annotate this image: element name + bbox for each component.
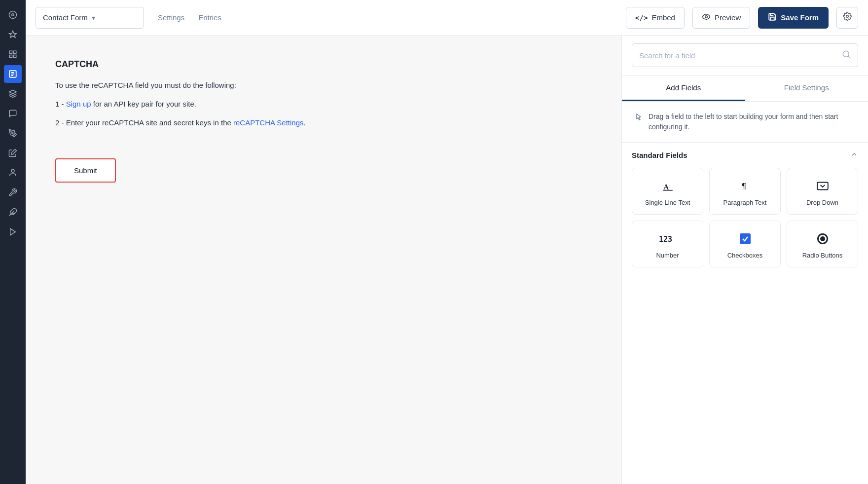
save-form-button[interactable]: Save Form: [758, 7, 829, 29]
tab-add-fields[interactable]: Add Fields: [622, 75, 745, 101]
svg-rect-3: [14, 51, 16, 53]
paragraph-text-icon: ¶: [739, 178, 752, 194]
sidebar-icon-plugin[interactable]: [4, 203, 22, 221]
sidebar-icon-dashboard[interactable]: [4, 6, 22, 24]
captcha-step1-prefix: 1 -: [55, 100, 66, 108]
drag-hint-text: Drag a field to the left to start buildi…: [649, 112, 856, 132]
submit-button[interactable]: Submit: [55, 158, 116, 183]
field-label-paragraph-text: Paragraph Text: [723, 199, 767, 206]
field-card-checkboxes[interactable]: Checkboxes: [709, 221, 781, 267]
embed-button[interactable]: </> Embed: [626, 7, 685, 29]
svg-point-9: [11, 169, 14, 172]
field-card-radio-buttons[interactable]: Radio Buttons: [787, 221, 858, 267]
panel-tabs: Add Fields Field Settings: [622, 75, 868, 102]
svg-rect-2: [9, 51, 12, 53]
svg-line-16: [848, 56, 849, 57]
drop-down-icon: [816, 178, 829, 194]
svg-point-7: [12, 132, 13, 134]
svg-point-1: [12, 14, 14, 16]
field-label-radio-buttons: Radio Buttons: [802, 252, 843, 259]
field-card-drop-down[interactable]: Drop Down: [787, 168, 858, 215]
svg-point-0: [9, 11, 17, 19]
save-form-button-label: Save Form: [781, 13, 819, 22]
topbar-nav: Settings Entries: [158, 13, 221, 22]
preview-eye-icon: [702, 12, 711, 23]
search-bar: [622, 36, 868, 75]
recaptcha-settings-link[interactable]: reCAPTCHA Settings: [233, 118, 304, 127]
field-card-number[interactable]: 123 Number: [632, 221, 703, 267]
tab-field-settings[interactable]: Field Settings: [745, 75, 868, 101]
captcha-step2: 2 - Enter your reCAPTCHA site and secret…: [55, 117, 592, 129]
embed-code-icon: </>: [635, 14, 648, 22]
checkboxes-icon: [740, 231, 751, 247]
sidebar-icon-user[interactable]: [4, 164, 22, 182]
topbar: Contact Form ▾ Settings Entries </> Embe…: [26, 0, 868, 36]
svg-marker-8: [11, 149, 17, 155]
captcha-section: CAPTCHA To use the reCAPTCHA field you m…: [55, 59, 592, 129]
svg-rect-20: [817, 182, 828, 189]
form-selector-label: Contact Form: [43, 13, 88, 22]
fields-section-title: Standard Fields: [632, 151, 687, 159]
sidebar-icon-blocks[interactable]: [4, 45, 22, 63]
captcha-step2-suffix: .: [304, 118, 306, 127]
search-input-wrapper: [632, 43, 858, 67]
form-canvas: CAPTCHA To use the reCAPTCHA field you m…: [26, 36, 621, 484]
svg-text:A: A: [663, 183, 669, 191]
svg-point-14: [846, 15, 849, 18]
sidebar-icon-play[interactable]: [4, 223, 22, 241]
nav-entries[interactable]: Entries: [198, 13, 221, 22]
sidebar-icon-forms[interactable]: [4, 65, 22, 83]
search-icon: [842, 50, 851, 61]
radio-buttons-icon: [817, 231, 828, 247]
sidebar-icon-comments[interactable]: [4, 105, 22, 122]
search-input[interactable]: [639, 51, 842, 60]
sidebar-icon-wrench[interactable]: [4, 184, 22, 201]
captcha-step2-prefix: 2 - Enter your reCAPTCHA site and secret…: [55, 118, 233, 127]
sidebar-icon-paint[interactable]: [4, 144, 22, 162]
fields-section: Standard Fields A Sing: [622, 143, 868, 484]
svg-point-13: [705, 16, 708, 18]
fields-grid: A Single Line Text ¶ Para: [632, 168, 858, 267]
submit-wrapper: Submit: [55, 158, 592, 183]
nav-settings[interactable]: Settings: [158, 13, 184, 22]
signup-link[interactable]: Sign up: [66, 100, 91, 108]
embed-button-label: Embed: [651, 13, 675, 22]
collapse-icon[interactable]: [850, 150, 858, 160]
sidebar: [0, 0, 26, 484]
preview-button-label: Preview: [715, 13, 741, 22]
gear-settings-button[interactable]: [836, 7, 858, 29]
single-line-text-icon: A: [661, 178, 674, 194]
field-label-checkboxes: Checkboxes: [727, 252, 763, 259]
field-label-single-line-text: Single Line Text: [645, 199, 690, 206]
svg-marker-12: [10, 228, 16, 235]
svg-text:¶: ¶: [741, 181, 746, 190]
number-icon: 123: [659, 231, 677, 247]
right-panel: Add Fields Field Settings Drag a field t…: [621, 36, 868, 484]
cursor-icon: [634, 112, 643, 127]
svg-text:123: 123: [659, 235, 672, 244]
form-selector[interactable]: Contact Form ▾: [36, 7, 144, 29]
captcha-step1: 1 - Sign up for an API key pair for your…: [55, 98, 592, 110]
sidebar-icon-brush[interactable]: [4, 124, 22, 142]
captcha-step1-suffix: for an API key pair for your site.: [91, 100, 196, 108]
sidebar-icon-pin[interactable]: [4, 26, 22, 43]
preview-button[interactable]: Preview: [692, 7, 750, 29]
captcha-title: CAPTCHA: [55, 59, 592, 70]
field-card-single-line-text[interactable]: A Single Line Text: [632, 168, 703, 215]
fields-section-header: Standard Fields: [632, 150, 858, 160]
main-area: Contact Form ▾ Settings Entries </> Embe…: [26, 0, 868, 484]
field-label-drop-down: Drop Down: [806, 199, 838, 206]
captcha-paragraph1: To use the reCAPTCHA field you must do t…: [55, 79, 592, 91]
drag-hint: Drag a field to the left to start buildi…: [622, 102, 868, 143]
content-area: CAPTCHA To use the reCAPTCHA field you m…: [26, 36, 868, 484]
svg-rect-4: [9, 55, 12, 58]
field-card-paragraph-text[interactable]: ¶ Paragraph Text: [709, 168, 781, 215]
field-label-number: Number: [656, 252, 679, 259]
svg-point-15: [843, 51, 849, 57]
save-icon: [768, 12, 777, 23]
chevron-down-icon: ▾: [92, 14, 137, 22]
gear-icon: [843, 12, 852, 23]
svg-rect-5: [14, 55, 16, 58]
sidebar-icon-layers[interactable]: [4, 85, 22, 103]
